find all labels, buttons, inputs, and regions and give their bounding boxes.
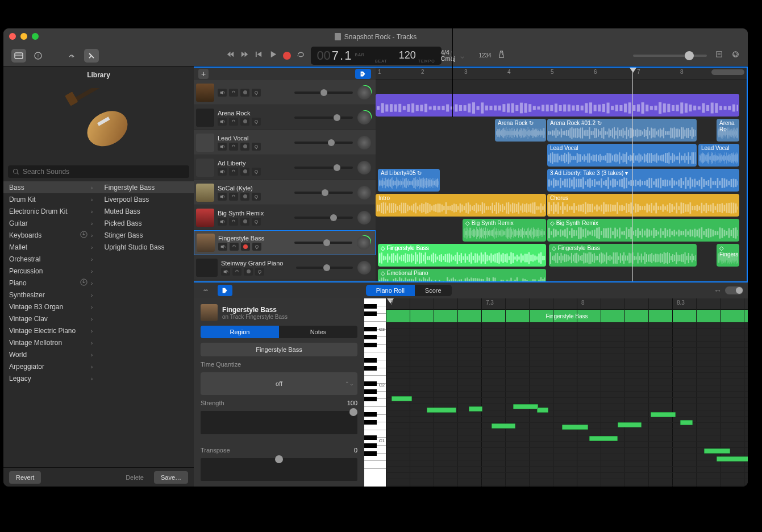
piano-roll-grid[interactable]: 77.388.3 Fingerstyle Bass	[386, 298, 748, 487]
mute-button[interactable]	[218, 143, 227, 151]
smart-controls-toggle[interactable]	[65, 49, 80, 63]
record-enable-button[interactable]	[240, 193, 249, 201]
library-item[interactable]: World›	[3, 348, 99, 360]
arrange-region[interactable]: Intro	[376, 194, 546, 217]
midi-note[interactable]	[492, 423, 515, 429]
midi-note[interactable]	[589, 436, 618, 441]
track-pan-knob[interactable]	[357, 186, 371, 200]
track-pan-knob[interactable]	[357, 261, 371, 275]
input-monitor-button[interactable]	[252, 89, 261, 97]
solo-button[interactable]	[229, 218, 238, 226]
input-monitor-button[interactable]	[252, 243, 261, 251]
solo-button[interactable]	[229, 168, 238, 176]
library-item[interactable]: Bass›	[3, 181, 99, 193]
record-enable-button[interactable]	[240, 218, 249, 226]
play-button[interactable]	[269, 50, 277, 61]
save-button[interactable]: Save…	[154, 471, 188, 484]
arrange-region[interactable]: Lead Vocal	[698, 144, 739, 167]
master-volume-slider[interactable]	[633, 55, 707, 57]
zoom-window[interactable]	[32, 33, 39, 40]
quick-help-toggle[interactable]: ?	[31, 49, 45, 63]
editor-view-tabs[interactable]: Piano Roll Score	[366, 285, 452, 296]
track-header[interactable]: Steinway Grand Piano	[194, 255, 376, 280]
record-button[interactable]	[283, 52, 291, 60]
playhead[interactable]	[632, 68, 633, 281]
library-item[interactable]: Percussion›	[3, 265, 99, 277]
library-toggle[interactable]	[11, 49, 26, 63]
loop-browser-toggle[interactable]	[731, 50, 740, 61]
record-enable-button[interactable]	[240, 168, 249, 176]
region-name-field[interactable]: Fingerstyle Bass	[201, 343, 357, 356]
arrange-region[interactable]: Chorus	[547, 194, 739, 217]
midi-note[interactable]	[537, 408, 548, 413]
track-header[interactable]	[194, 80, 376, 105]
arrange-area[interactable]: 12345678 Arena Rock ↻Arena Rock #01.2 ↻A…	[376, 68, 747, 281]
tab-region[interactable]: Region	[201, 326, 279, 338]
library-item[interactable]: Muted Bass	[99, 205, 194, 217]
mute-button[interactable]	[218, 168, 227, 176]
library-item[interactable]: Keyboards›	[3, 229, 99, 241]
strength-slider[interactable]	[201, 411, 357, 434]
input-monitor-button[interactable]	[252, 218, 261, 226]
notepad-toggle[interactable]	[715, 50, 723, 61]
arrange-region[interactable]: Arena Rock #01.2 ↻	[547, 119, 697, 142]
track-volume-slider[interactable]	[294, 142, 353, 144]
arrange-region[interactable]: Lead Vocal	[547, 144, 697, 167]
editor-horizontal-auto-zoom[interactable]: ↔	[714, 286, 743, 295]
mute-button[interactable]	[218, 193, 227, 201]
editor-catch-button[interactable]	[218, 285, 232, 296]
forward-button[interactable]	[240, 50, 249, 61]
delete-button[interactable]: Delete	[119, 471, 151, 484]
mute-button[interactable]	[218, 218, 227, 226]
metronome-button[interactable]	[497, 50, 506, 61]
arrange-region[interactable]: ◇ Big Synth Remix	[547, 219, 739, 242]
tab-piano-roll[interactable]: Piano Roll	[366, 285, 415, 296]
arrange-region[interactable]: Arena Rock ↻	[495, 119, 546, 142]
close-window[interactable]	[9, 33, 16, 40]
input-monitor-button[interactable]	[252, 168, 261, 176]
revert-button[interactable]: Revert	[9, 471, 41, 484]
midi-note[interactable]	[680, 420, 693, 425]
piano-roll-region-header[interactable]: Fingerstyle Bass	[386, 310, 748, 322]
library-item[interactable]: Guitar›	[3, 217, 99, 229]
arrange-region[interactable]: Ad Liberty#05 ↻	[378, 169, 440, 192]
track-volume-slider[interactable]	[296, 267, 353, 269]
solo-button[interactable]	[229, 143, 238, 151]
track-pan-knob[interactable]	[357, 161, 371, 174]
arrange-region[interactable]: ◇ Big Synth Remix	[463, 219, 546, 242]
input-monitor-button[interactable]	[252, 193, 261, 201]
library-item[interactable]: Upright Studio Bass	[99, 241, 194, 253]
library-item[interactable]: Vintage B3 Organ›	[3, 301, 99, 313]
arrange-region[interactable]: ◇ Fingerstyle Bass	[549, 244, 697, 267]
library-item[interactable]: Arpeggiator›	[3, 360, 99, 372]
record-enable-button[interactable]	[241, 243, 250, 251]
time-quantize-select[interactable]: off	[201, 372, 357, 395]
library-item[interactable]: Picked Bass	[99, 217, 194, 229]
midi-note[interactable]	[392, 396, 412, 401]
add-track-button[interactable]: +	[198, 69, 209, 79]
tab-score[interactable]: Score	[415, 285, 452, 296]
timeline-ruler[interactable]: 12345678	[376, 68, 747, 80]
midi-note[interactable]	[704, 448, 730, 454]
track-header[interactable]: Arena Rock	[194, 105, 376, 130]
track-pan-knob[interactable]	[357, 86, 371, 99]
library-item[interactable]: Piano›	[3, 277, 99, 289]
track-volume-slider[interactable]	[294, 217, 353, 219]
mute-button[interactable]	[221, 268, 230, 276]
track-volume-slider[interactable]	[294, 92, 353, 94]
mute-button[interactable]	[218, 89, 227, 97]
mute-button[interactable]	[218, 243, 227, 251]
arrange-region[interactable]: 3 Ad Liberty: Take 3 (3 takes) ▾	[547, 169, 739, 192]
track-header[interactable]: Big Synth Remix	[194, 205, 376, 230]
library-item[interactable]: Vintage Mellotron›	[3, 336, 99, 348]
library-item[interactable]: Vintage Clav›	[3, 313, 99, 325]
editors-toggle[interactable]	[84, 49, 99, 63]
arrange-region[interactable]: Arena Ro	[717, 119, 739, 142]
rewind-button[interactable]	[226, 50, 235, 61]
minimize-window[interactable]	[20, 33, 27, 40]
track-volume-slider[interactable]	[294, 242, 352, 244]
library-item[interactable]: Drum Kit›	[3, 193, 99, 205]
arrange-region[interactable]: ◇ Emotional Piano	[378, 269, 546, 281]
solo-button[interactable]	[229, 193, 238, 201]
record-enable-button[interactable]	[244, 268, 253, 276]
